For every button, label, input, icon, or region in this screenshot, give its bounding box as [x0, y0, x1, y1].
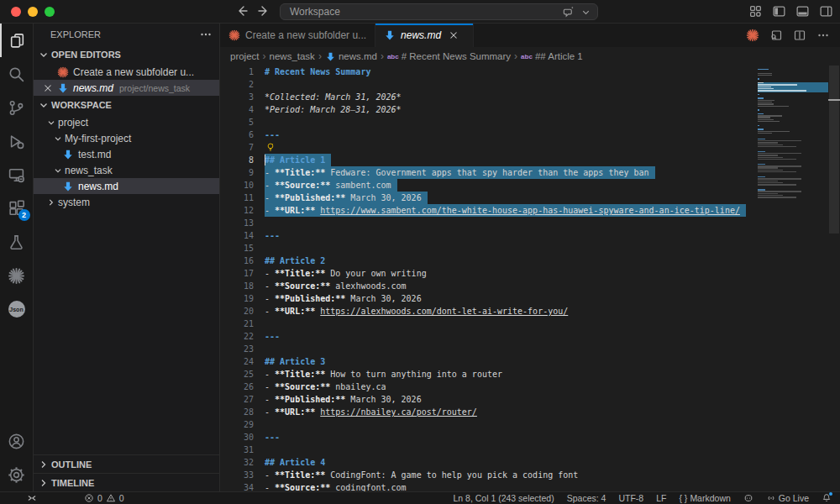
code-line[interactable]: 8## Article 1 [220, 154, 758, 166]
code-line[interactable]: 6--- [220, 129, 758, 141]
line-number[interactable]: 27 [220, 393, 254, 406]
remote-indicator[interactable] [27, 493, 37, 503]
code-line[interactable]: 29 [220, 418, 758, 431]
toggle-primary-sidebar-icon[interactable] [772, 4, 786, 18]
navigate-forward-icon[interactable] [257, 4, 270, 18]
open-editor-item[interactable]: Create a new subfolder u... [34, 64, 219, 80]
activity-item-remote-explorer[interactable] [0, 158, 34, 192]
toggle-secondary-sidebar-icon[interactable] [819, 4, 833, 18]
code-line[interactable]: 3*Collected: March 31, 2026* [220, 91, 758, 103]
breadcrumb-item[interactable]: project [230, 51, 260, 61]
more-actions-icon[interactable] [816, 29, 830, 42]
activity-item-files[interactable] [0, 24, 34, 57]
section-timeline[interactable]: TIMELINE [34, 473, 219, 491]
line-number[interactable]: 15 [220, 242, 254, 255]
line-number[interactable]: 33 [220, 469, 254, 481]
line-number[interactable]: 9 [220, 166, 254, 179]
line-number[interactable]: 2 [220, 78, 254, 91]
split-editor-icon[interactable] [793, 29, 806, 42]
section-open-editors[interactable]: OPEN EDITORS [34, 45, 219, 64]
go-live[interactable]: Go Live [766, 493, 809, 503]
section-outline[interactable]: OUTLINE [34, 454, 219, 473]
line-number[interactable]: 19 [220, 292, 254, 305]
code-line[interactable]: 12- **URL:** https://www.sambent.com/the… [220, 204, 758, 217]
copilot-chat-icon[interactable] [562, 6, 575, 18]
code-line[interactable]: 26- **Source:** nbailey.ca [220, 381, 758, 393]
code-line[interactable]: 24## Article 3 [220, 355, 758, 368]
breadcrumb-item[interactable]: news.md [325, 51, 377, 62]
code-line[interactable]: 1# Recent News Summary [220, 66, 758, 78]
code-line[interactable]: 21 [220, 318, 758, 330]
activity-item-testing[interactable] [0, 225, 34, 259]
code-line[interactable]: 13 [220, 217, 758, 229]
line-number[interactable]: 13 [220, 217, 254, 229]
activity-item-search[interactable] [0, 57, 34, 91]
line-number[interactable]: 14 [220, 229, 254, 242]
activity-item-json[interactable]: Json [0, 292, 34, 326]
chevron-down-icon[interactable] [580, 6, 592, 18]
code-line[interactable]: 5 [220, 116, 758, 129]
eol-selector[interactable]: LF [656, 493, 666, 503]
open-editor-item[interactable]: news.mdproject/news_task [34, 80, 219, 96]
line-number[interactable]: 12 [220, 204, 254, 217]
code-line[interactable]: 23 [220, 343, 758, 355]
code-line[interactable]: 2 [220, 78, 758, 91]
scrollbar-slider[interactable] [829, 66, 839, 234]
code-line[interactable]: 9- **Title:** Fedware: Government apps t… [220, 166, 758, 179]
copilot-status[interactable] [743, 493, 753, 503]
activity-item-source-control[interactable] [0, 91, 34, 124]
code-line[interactable]: 7 [220, 141, 758, 154]
section-workspace[interactable]: WORKSPACE [34, 96, 219, 114]
language-mode[interactable]: { } Markdown [679, 493, 730, 503]
close-tab-icon[interactable] [448, 29, 459, 41]
tree-item-system[interactable]: system [34, 194, 219, 210]
line-number[interactable]: 21 [220, 318, 254, 330]
line-number[interactable]: 31 [220, 444, 254, 456]
line-number[interactable]: 5 [220, 116, 254, 129]
code-line[interactable]: 11- **Published:** March 30, 2026 [220, 192, 758, 204]
navigate-back-icon[interactable] [235, 4, 249, 18]
code-line[interactable]: 28- **URL:** https://nbailey.ca/post/rou… [220, 406, 758, 418]
line-number[interactable]: 16 [220, 255, 254, 267]
code-line[interactable]: 20- **URL:** https://alexhwoods.com/dont… [220, 305, 758, 318]
line-number[interactable]: 17 [220, 267, 254, 280]
line-number[interactable]: 32 [220, 456, 254, 469]
lightbulb-icon[interactable] [265, 142, 276, 152]
line-number[interactable]: 24 [220, 355, 254, 368]
notifications-bell[interactable] [822, 493, 832, 503]
more-actions-icon[interactable] [199, 28, 213, 41]
code-line[interactable]: 15 [220, 242, 758, 255]
line-number[interactable]: 22 [220, 330, 254, 343]
breadcrumb-item[interactable]: abc## Article 1 [521, 51, 583, 61]
tree-item-test-md[interactable]: test.md [34, 146, 219, 162]
code-line[interactable]: 32## Article 4 [220, 456, 758, 469]
zoom-window-button[interactable] [45, 7, 55, 17]
encoding[interactable]: UTF-8 [618, 493, 643, 503]
code-line[interactable]: 18- **Source:** alexhwoods.com [220, 280, 758, 292]
line-number[interactable]: 23 [220, 343, 254, 355]
line-number[interactable]: 20 [220, 305, 254, 318]
command-center-search[interactable]: Workspace [280, 3, 598, 20]
line-number[interactable]: 4 [220, 103, 254, 116]
code-line[interactable]: 33- **Title:** CodingFont: A game to hel… [220, 469, 758, 481]
close-icon[interactable] [42, 82, 54, 94]
line-number[interactable]: 1 [220, 66, 254, 78]
line-number[interactable]: 6 [220, 129, 254, 141]
code-line[interactable]: 19- **Published:** March 30, 2026 [220, 292, 758, 305]
indentation[interactable]: Spaces: 4 [567, 493, 606, 503]
code-line[interactable]: 10- **Source:** sambent.com [220, 179, 758, 192]
activity-item-settings-gear[interactable] [0, 458, 34, 491]
line-number[interactable]: 8 [220, 154, 254, 166]
line-number[interactable]: 10 [220, 179, 254, 192]
open-preview-icon[interactable] [769, 29, 783, 42]
tree-item-my-first-project[interactable]: My-first-project [34, 130, 219, 146]
line-number[interactable]: 11 [220, 192, 254, 204]
run-task-icon[interactable] [746, 29, 759, 42]
toggle-panel-icon[interactable] [795, 4, 810, 18]
line-number[interactable]: 29 [220, 418, 254, 431]
minimap[interactable] [758, 66, 828, 491]
code-line[interactable]: 31 [220, 444, 758, 456]
tab-create-a-new-subfolder-u-[interactable]: Create a new subfolder u... [220, 24, 375, 47]
line-number[interactable]: 7 [220, 141, 254, 154]
code-line[interactable]: 14--- [220, 229, 758, 242]
